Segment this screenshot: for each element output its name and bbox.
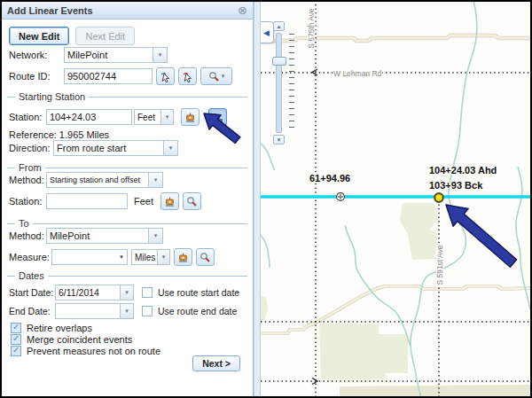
- to-method-row: Method: MilePoint ▾: [9, 228, 247, 244]
- from-station-label: Station:: [9, 196, 46, 207]
- map-zoom-slider: ▲ ▼: [271, 21, 303, 145]
- zoom-slider-handle[interactable]: [272, 57, 286, 66]
- screenshot-root: Add Linear Events ⊗ New Edit Next Edit N…: [0, 0, 532, 398]
- station-device-icon: [184, 112, 196, 123]
- panel-titlebar: Add Linear Events ⊗: [2, 2, 253, 20]
- from-station-input[interactable]: [46, 193, 128, 209]
- from-station-locator-button[interactable]: [160, 192, 179, 210]
- start-date-value: 6/11/2014: [56, 285, 120, 300]
- merge-coincident-events-label: Merge coincident events: [27, 334, 132, 345]
- start-date-label: Start Date:: [9, 287, 55, 298]
- start-date-picker[interactable]: 6/11/2014 ▾: [55, 285, 134, 300]
- route-id-input[interactable]: [64, 68, 153, 84]
- end-date-picker[interactable]: ▾: [55, 303, 134, 319]
- reference-row: Reference: 1.965 Miles: [9, 129, 247, 141]
- zoom-slider-track[interactable]: [276, 33, 282, 133]
- to-method-select[interactable]: MilePoint ▾: [46, 228, 163, 244]
- to-measure-row: Measure: ▼ Miles ▾: [9, 248, 247, 266]
- station-label: Station:: [9, 112, 46, 122]
- next-edit-button[interactable]: Next Edit: [75, 27, 135, 45]
- use-route-end-date-checkbox[interactable]: [142, 306, 153, 316]
- station-device-icon: [164, 196, 176, 207]
- starting-station-row: Station: Feet ▾: [9, 108, 247, 126]
- station-locator-button[interactable]: [181, 108, 200, 126]
- field-polygon: [319, 324, 408, 379]
- combo-caret-icon[interactable]: ▼: [119, 250, 127, 264]
- clear-route-selection-button[interactable]: [178, 67, 197, 85]
- measure-search-button[interactable]: [196, 248, 215, 266]
- creek: [261, 230, 270, 268]
- use-route-end-date-label: Use route end date: [158, 306, 237, 316]
- start-date-row: Start Date: 6/11/2014 ▾ Use route start …: [9, 285, 247, 300]
- end-date-label: End Date:: [9, 306, 55, 316]
- section-starting-station: Starting Station: [7, 91, 247, 102]
- search-icon: [186, 196, 198, 207]
- chevron-down-icon[interactable]: ▾: [120, 285, 133, 300]
- search-icon: [200, 252, 211, 263]
- station-units-value: Feet: [135, 110, 160, 124]
- close-icon[interactable]: ⊗: [238, 4, 247, 16]
- section-title: Dates: [19, 270, 44, 281]
- measure-combo[interactable]: ▼: [51, 249, 128, 265]
- panel-splitter[interactable]: [254, 2, 261, 396]
- measure-locator-button[interactable]: [174, 248, 192, 266]
- from-method-value: Starting station and offset: [47, 173, 148, 187]
- clear-selection-icon: [182, 71, 193, 82]
- station-label-left: 61+94.96: [309, 173, 350, 183]
- collapse-left-icon: ◀: [263, 28, 270, 37]
- highway-road: [261, 286, 530, 333]
- network-select[interactable]: MilePoint ▾: [64, 47, 168, 63]
- road-chevron: [312, 378, 317, 385]
- search-icon: [208, 71, 220, 82]
- measure-label: Measure:: [9, 252, 51, 262]
- retire-overlaps-checkbox[interactable]: [11, 323, 21, 333]
- chevron-down-icon[interactable]: ▾: [157, 250, 169, 264]
- station-device-icon: [177, 252, 189, 263]
- chevron-down-icon[interactable]: ▾: [163, 141, 177, 155]
- chevron-down-icon[interactable]: ▾: [160, 110, 173, 124]
- map-area[interactable]: W Lehman Rd S 575th Ave S 591st Ave 61+9…: [261, 2, 530, 396]
- measure-units-select[interactable]: Miles ▾: [131, 249, 170, 265]
- station-label-ahead: 104+24.03 Ahd: [429, 165, 497, 176]
- zoom-slider-ticks: [289, 34, 294, 133]
- prevent-measures-label: Prevent measures not on route: [27, 346, 160, 356]
- next-button[interactable]: Next >: [192, 355, 240, 371]
- road-label-vertical-right: S 591st Ave: [435, 245, 444, 285]
- road-label-vertical-left: S 575th Ave: [307, 8, 316, 49]
- pick-station-on-map-button[interactable]: [208, 108, 227, 126]
- new-edit-button[interactable]: New Edit: [9, 27, 69, 45]
- merge-coincident-events-checkbox[interactable]: [11, 334, 21, 345]
- use-route-start-date-checkbox[interactable]: [142, 287, 153, 298]
- reference-post-marker[interactable]: [337, 193, 345, 201]
- select-route-on-map-button[interactable]: [156, 67, 175, 85]
- network-row: Network: MilePoint ▾: [9, 47, 247, 63]
- end-date-row: End Date: ▾ Use route end date: [9, 303, 247, 319]
- highway-casing: [261, 286, 530, 333]
- measure-units-value: Miles: [132, 250, 157, 264]
- direction-label: Direction:: [9, 143, 53, 153]
- chevron-down-icon[interactable]: ▾: [148, 229, 162, 243]
- starting-station-input[interactable]: [46, 109, 132, 125]
- direction-row: Direction: From route start ▾: [9, 140, 247, 156]
- to-method-label: Method:: [9, 230, 46, 241]
- select-route-icon: [160, 71, 171, 82]
- from-method-select[interactable]: Starting station and offset ▾: [46, 172, 163, 188]
- zoom-in-button[interactable]: ▲: [273, 21, 285, 31]
- route-search-dropdown-button[interactable]: ▾: [200, 67, 232, 85]
- add-linear-events-panel: Add Linear Events ⊗ New Edit Next Edit N…: [2, 2, 254, 396]
- zoom-out-button[interactable]: ▼: [273, 135, 285, 144]
- station-units-select[interactable]: Feet ▾: [134, 109, 174, 125]
- network-value: MilePoint: [65, 48, 153, 62]
- picked-station-marker[interactable]: [434, 193, 443, 202]
- chevron-down-icon[interactable]: ▾: [120, 304, 133, 318]
- direction-select[interactable]: From route start ▾: [53, 140, 178, 156]
- prevent-measures-checkbox[interactable]: [11, 346, 21, 356]
- chevron-down-icon[interactable]: ▾: [153, 48, 167, 62]
- from-method-row: Method: Starting station and offset ▾: [9, 172, 247, 188]
- option-row: Merge coincident events: [11, 333, 247, 345]
- chevron-down-icon[interactable]: ▾: [148, 173, 162, 187]
- from-station-search-button[interactable]: [183, 192, 201, 210]
- option-row: Retire overlaps: [11, 322, 247, 333]
- annotation-arrow-map: [446, 205, 517, 267]
- direction-value: From route start: [54, 141, 163, 155]
